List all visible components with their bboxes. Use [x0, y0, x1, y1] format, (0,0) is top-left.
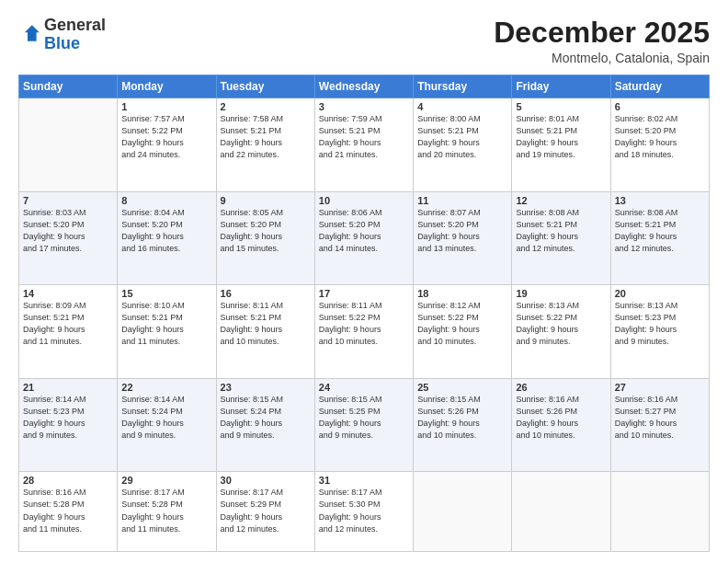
day-number: 16 [221, 288, 311, 299]
calendar-cell: 31Sunrise: 8:17 AMSunset: 5:30 PMDayligh… [314, 472, 413, 552]
day-number: 4 [417, 101, 507, 112]
cell-sun-info: Sunrise: 8:15 AMSunset: 5:25 PMDaylight:… [319, 394, 409, 442]
day-number: 29 [121, 475, 211, 486]
day-number: 15 [121, 288, 211, 299]
calendar-cell: 22Sunrise: 8:14 AMSunset: 5:24 PMDayligh… [118, 378, 216, 472]
calendar-table: SundayMondayTuesdayWednesdayThursdayFrid… [18, 75, 710, 552]
calendar-cell: 13Sunrise: 8:08 AMSunset: 5:21 PMDayligh… [610, 191, 709, 285]
cell-sun-info: Sunrise: 8:11 AMSunset: 5:21 PMDaylight:… [221, 300, 311, 348]
calendar-cell [19, 98, 118, 192]
weekday-header-monday: Monday [118, 75, 216, 98]
cell-sun-info: Sunrise: 7:58 AMSunset: 5:21 PMDaylight:… [221, 113, 311, 161]
cell-sun-info: Sunrise: 8:08 AMSunset: 5:21 PMDaylight:… [615, 207, 705, 255]
calendar-cell: 18Sunrise: 8:12 AMSunset: 5:22 PMDayligh… [414, 285, 512, 379]
month-title: December 2025 [494, 17, 710, 49]
cell-sun-info: Sunrise: 7:57 AMSunset: 5:22 PMDaylight:… [121, 113, 211, 161]
calendar-cell: 11Sunrise: 8:07 AMSunset: 5:20 PMDayligh… [414, 191, 512, 285]
weekday-header-friday: Friday [512, 75, 610, 98]
cell-sun-info: Sunrise: 8:16 AMSunset: 5:28 PMDaylight:… [23, 487, 113, 534]
calendar-cell: 26Sunrise: 8:16 AMSunset: 5:26 PMDayligh… [512, 378, 610, 472]
calendar-cell: 10Sunrise: 8:06 AMSunset: 5:20 PMDayligh… [314, 191, 413, 285]
day-number: 3 [319, 101, 409, 112]
day-number: 21 [23, 382, 113, 393]
cell-sun-info: Sunrise: 8:12 AMSunset: 5:22 PMDaylight:… [417, 300, 507, 348]
day-number: 22 [121, 382, 211, 393]
cell-sun-info: Sunrise: 8:03 AMSunset: 5:20 PMDaylight:… [23, 207, 113, 255]
calendar-cell: 28Sunrise: 8:16 AMSunset: 5:28 PMDayligh… [19, 472, 118, 552]
day-number: 30 [221, 475, 311, 486]
weekday-header-thursday: Thursday [414, 75, 512, 98]
calendar-cell: 2Sunrise: 7:58 AMSunset: 5:21 PMDaylight… [216, 98, 314, 192]
day-number: 6 [615, 101, 705, 112]
day-number: 23 [221, 382, 311, 393]
day-number: 14 [23, 288, 113, 299]
logo-general-text: General [44, 16, 106, 34]
calendar-cell: 5Sunrise: 8:01 AMSunset: 5:21 PMDaylight… [512, 98, 610, 192]
calendar-cell: 25Sunrise: 8:15 AMSunset: 5:26 PMDayligh… [414, 378, 512, 472]
header: General Blue December 2025 Montmelo, Cat… [18, 17, 710, 65]
calendar-cell: 6Sunrise: 8:02 AMSunset: 5:20 PMDaylight… [610, 98, 709, 192]
cell-sun-info: Sunrise: 8:10 AMSunset: 5:21 PMDaylight:… [121, 300, 211, 348]
calendar-cell [414, 472, 512, 552]
calendar-cell: 9Sunrise: 8:05 AMSunset: 5:20 PMDaylight… [216, 191, 314, 285]
svg-marker-0 [25, 25, 40, 41]
calendar-cell: 16Sunrise: 8:11 AMSunset: 5:21 PMDayligh… [216, 285, 314, 379]
title-block: December 2025 Montmelo, Catalonia, Spain [494, 17, 710, 65]
cell-sun-info: Sunrise: 8:00 AMSunset: 5:21 PMDaylight:… [417, 113, 507, 161]
day-number: 9 [221, 195, 311, 206]
day-number: 1 [121, 101, 211, 112]
cell-sun-info: Sunrise: 8:16 AMSunset: 5:26 PMDaylight:… [516, 394, 606, 442]
calendar-cell: 29Sunrise: 8:17 AMSunset: 5:28 PMDayligh… [118, 472, 216, 552]
weekday-header-sunday: Sunday [19, 75, 118, 98]
day-number: 27 [615, 382, 705, 393]
cell-sun-info: Sunrise: 8:16 AMSunset: 5:27 PMDaylight:… [615, 394, 705, 442]
day-number: 25 [417, 382, 507, 393]
calendar-cell: 3Sunrise: 7:59 AMSunset: 5:21 PMDaylight… [314, 98, 413, 192]
day-number: 24 [319, 382, 409, 393]
cell-sun-info: Sunrise: 8:05 AMSunset: 5:20 PMDaylight:… [221, 207, 311, 255]
cell-sun-info: Sunrise: 8:14 AMSunset: 5:23 PMDaylight:… [23, 394, 113, 442]
cell-sun-info: Sunrise: 8:04 AMSunset: 5:20 PMDaylight:… [121, 207, 211, 255]
calendar-cell: 14Sunrise: 8:09 AMSunset: 5:21 PMDayligh… [19, 285, 118, 379]
day-number: 18 [417, 288, 507, 299]
cell-sun-info: Sunrise: 8:17 AMSunset: 5:30 PMDaylight:… [319, 487, 409, 534]
day-number: 8 [121, 195, 211, 206]
calendar-cell: 4Sunrise: 8:00 AMSunset: 5:21 PMDaylight… [414, 98, 512, 192]
weekday-header-tuesday: Tuesday [216, 75, 314, 98]
cell-sun-info: Sunrise: 8:01 AMSunset: 5:21 PMDaylight:… [516, 113, 606, 161]
calendar-cell: 20Sunrise: 8:13 AMSunset: 5:23 PMDayligh… [610, 285, 709, 379]
calendar-cell [512, 472, 610, 552]
calendar-cell: 19Sunrise: 8:13 AMSunset: 5:22 PMDayligh… [512, 285, 610, 379]
cell-sun-info: Sunrise: 8:13 AMSunset: 5:23 PMDaylight:… [615, 300, 705, 348]
calendar-cell [610, 472, 709, 552]
cell-sun-info: Sunrise: 8:13 AMSunset: 5:22 PMDaylight:… [516, 300, 606, 348]
day-number: 19 [516, 288, 606, 299]
calendar-cell: 15Sunrise: 8:10 AMSunset: 5:21 PMDayligh… [118, 285, 216, 379]
weekday-header-wednesday: Wednesday [314, 75, 413, 98]
day-number: 7 [23, 195, 113, 206]
day-number: 28 [23, 475, 113, 486]
calendar-cell: 1Sunrise: 7:57 AMSunset: 5:22 PMDaylight… [118, 98, 216, 192]
day-number: 12 [516, 195, 606, 206]
day-number: 11 [417, 195, 507, 206]
cell-sun-info: Sunrise: 8:09 AMSunset: 5:21 PMDaylight:… [23, 300, 113, 348]
day-number: 5 [516, 101, 606, 112]
logo: General Blue [18, 17, 106, 53]
day-number: 20 [615, 288, 705, 299]
cell-sun-info: Sunrise: 8:07 AMSunset: 5:20 PMDaylight:… [417, 207, 507, 255]
cell-sun-info: Sunrise: 8:11 AMSunset: 5:22 PMDaylight:… [319, 300, 409, 348]
calendar-cell: 24Sunrise: 8:15 AMSunset: 5:25 PMDayligh… [314, 378, 413, 472]
day-number: 26 [516, 382, 606, 393]
cell-sun-info: Sunrise: 8:15 AMSunset: 5:26 PMDaylight:… [417, 394, 507, 442]
day-number: 13 [615, 195, 705, 206]
cell-sun-info: Sunrise: 8:08 AMSunset: 5:21 PMDaylight:… [516, 207, 606, 255]
cell-sun-info: Sunrise: 8:15 AMSunset: 5:24 PMDaylight:… [221, 394, 311, 442]
logo-blue-text: Blue [44, 34, 80, 52]
location: Montmelo, Catalonia, Spain [494, 51, 710, 65]
logo-icon [20, 22, 42, 44]
cell-sun-info: Sunrise: 8:14 AMSunset: 5:24 PMDaylight:… [121, 394, 211, 442]
calendar-cell: 30Sunrise: 8:17 AMSunset: 5:29 PMDayligh… [216, 472, 314, 552]
calendar-cell: 23Sunrise: 8:15 AMSunset: 5:24 PMDayligh… [216, 378, 314, 472]
cell-sun-info: Sunrise: 8:06 AMSunset: 5:20 PMDaylight:… [319, 207, 409, 255]
cell-sun-info: Sunrise: 8:17 AMSunset: 5:29 PMDaylight:… [221, 487, 311, 534]
